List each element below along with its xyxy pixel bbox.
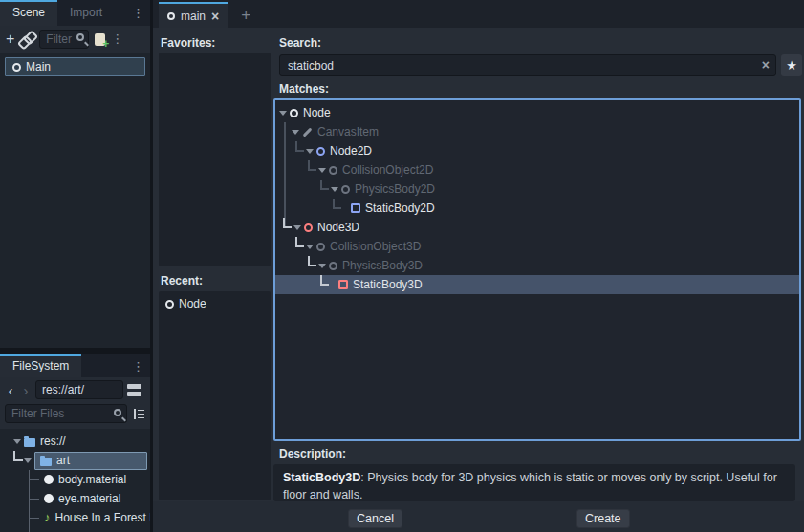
match-row-node2d[interactable]: Node2D <box>275 141 799 160</box>
scene-root-label: Main <box>26 60 51 74</box>
scene-filter-wrap <box>39 30 89 49</box>
fs-row-body-material[interactable]: body.material <box>0 470 150 489</box>
chevron-down-icon[interactable] <box>306 149 314 154</box>
match-row-physicsbody2d[interactable]: PhysicsBody2D <box>275 180 799 199</box>
back-icon[interactable]: ‹ <box>5 382 16 398</box>
description-box: StaticBody3D: Physics body for 3D physic… <box>273 464 795 501</box>
fs-tree: res:// art body.material eye.material ♪ … <box>0 429 150 532</box>
chevron-down-icon[interactable] <box>331 187 338 192</box>
physicsbody2d-icon <box>341 185 350 194</box>
tree-elbow <box>320 180 329 190</box>
create-node-dialog: Favorites: Recent: Node Search: × ★ Matc… <box>153 28 804 532</box>
material-icon <box>44 494 54 503</box>
match-row-collisionobject2d[interactable]: CollisionObject2D <box>275 160 799 180</box>
tree-elbow <box>295 141 304 152</box>
filesystem-dock: FileSystem ⋮ ‹ › res:// art <box>0 354 150 532</box>
tab-filesystem[interactable]: FileSystem <box>0 354 81 377</box>
favorites-list[interactable] <box>159 53 271 266</box>
tree-elbow <box>13 451 23 461</box>
chevron-down-icon[interactable] <box>292 130 299 135</box>
attach-script-icon[interactable] <box>95 33 105 46</box>
fs-path-input[interactable] <box>35 380 123 399</box>
description-class-name: StaticBody3D <box>283 471 360 484</box>
fs-row-mob-glb[interactable]: mob.glb <box>0 527 150 532</box>
scene-root-node[interactable]: Main <box>5 57 145 76</box>
physicsbody3d-icon <box>329 262 337 270</box>
clear-search-icon[interactable]: × <box>762 57 770 73</box>
favorites-label: Favorites: <box>161 36 215 50</box>
node-icon <box>165 300 174 309</box>
fs-selected-item[interactable]: art <box>34 452 147 470</box>
node-icon <box>290 109 298 117</box>
folder-icon <box>40 458 52 466</box>
chevron-down-icon[interactable] <box>293 225 301 230</box>
toggle-split-mode-icon[interactable] <box>127 384 141 396</box>
scene-tab-main[interactable]: main × <box>159 2 228 28</box>
search-input[interactable] <box>279 54 776 76</box>
fs-row-res[interactable]: res:// <box>0 432 150 451</box>
tree-elbow <box>308 256 316 266</box>
match-label: CollisionObject3D <box>330 240 421 253</box>
match-label: PhysicsBody3D <box>342 259 423 272</box>
chevron-down-icon[interactable] <box>318 264 326 268</box>
chevron-down-icon[interactable] <box>279 111 287 116</box>
create-button[interactable]: Create <box>576 509 630 528</box>
scene-tree-menu-icon[interactable]: ⋮ <box>111 32 123 47</box>
node-icon <box>12 63 21 72</box>
favorite-toggle-button[interactable]: ★ <box>781 54 802 76</box>
tab-scene[interactable]: Scene <box>0 0 57 26</box>
chevron-down-icon[interactable] <box>13 439 21 444</box>
tab-import[interactable]: Import <box>57 0 115 26</box>
search-wrap: × <box>279 54 776 76</box>
scene-dock: Scene Import ⋮ + ⋮ Main <box>0 0 150 348</box>
matches-label: Matches: <box>279 82 329 96</box>
fs-row-eye-material[interactable]: eye.material <box>0 489 150 508</box>
chevron-down-icon[interactable] <box>24 458 32 463</box>
material-icon <box>44 475 54 484</box>
match-label: StaticBody2D <box>365 202 435 215</box>
dock-menu-icon[interactable]: ⋮ <box>132 6 144 20</box>
fs-menu-icon[interactable]: ⋮ <box>132 359 144 373</box>
folder-icon <box>24 438 35 447</box>
node2d-icon <box>316 147 325 156</box>
match-row-collisionobject3d[interactable]: CollisionObject3D <box>275 237 799 256</box>
new-scene-tab-button[interactable]: + <box>241 6 250 28</box>
match-row-staticbody3d[interactable]: StaticBody3D <box>275 275 799 294</box>
forward-icon[interactable]: › <box>20 382 32 398</box>
instance-scene-icon[interactable] <box>20 32 33 46</box>
match-label: CanvasItem <box>317 125 379 138</box>
close-icon[interactable]: × <box>211 9 219 24</box>
recent-list: Node <box>159 291 271 500</box>
chevron-down-icon[interactable] <box>318 168 326 173</box>
match-row-node3d[interactable]: Node3D <box>275 218 799 237</box>
match-row-canvasitem[interactable]: CanvasItem <box>275 122 799 141</box>
fs-item-label: House In a Forest Lo <box>55 511 151 524</box>
match-row-staticbody2d[interactable]: StaticBody2D <box>275 199 799 218</box>
fs-row-house-audio[interactable]: ♪ House In a Forest Lo <box>0 508 150 527</box>
file-sort-icon[interactable] <box>132 408 145 420</box>
recent-item-node[interactable]: Node <box>159 294 271 313</box>
tree-tick <box>29 527 42 532</box>
collisionobject2d-icon <box>329 166 337 175</box>
add-node-button[interactable]: + <box>6 32 14 47</box>
match-label: Node2D <box>330 144 372 158</box>
staticbody3d-icon <box>338 280 348 289</box>
recent-label: Recent: <box>161 274 203 287</box>
fs-row-art[interactable]: art <box>0 451 150 470</box>
chevron-down-icon[interactable] <box>306 245 314 249</box>
fs-item-label: eye.material <box>58 492 120 505</box>
match-row-physicsbody3d[interactable]: PhysicsBody3D <box>275 256 799 275</box>
fs-filter-input[interactable] <box>5 404 127 423</box>
dialog-footer: Cancel Create <box>153 501 804 532</box>
match-row-node[interactable]: Node <box>275 103 799 122</box>
node3d-icon <box>304 223 313 232</box>
scene-tab-label: main <box>181 10 206 23</box>
tree-tick <box>29 508 42 527</box>
cancel-button[interactable]: Cancel <box>348 509 402 528</box>
editor-tabbar: main × + <box>153 0 804 28</box>
fs-tabstrip: FileSystem ⋮ <box>0 354 150 377</box>
match-label: CollisionObject2D <box>342 163 433 177</box>
matches-tree: Node CanvasItem Node2D CollisionObject2D… <box>273 98 801 441</box>
collisionobject3d-icon <box>316 243 325 251</box>
tree-tick <box>29 470 42 489</box>
